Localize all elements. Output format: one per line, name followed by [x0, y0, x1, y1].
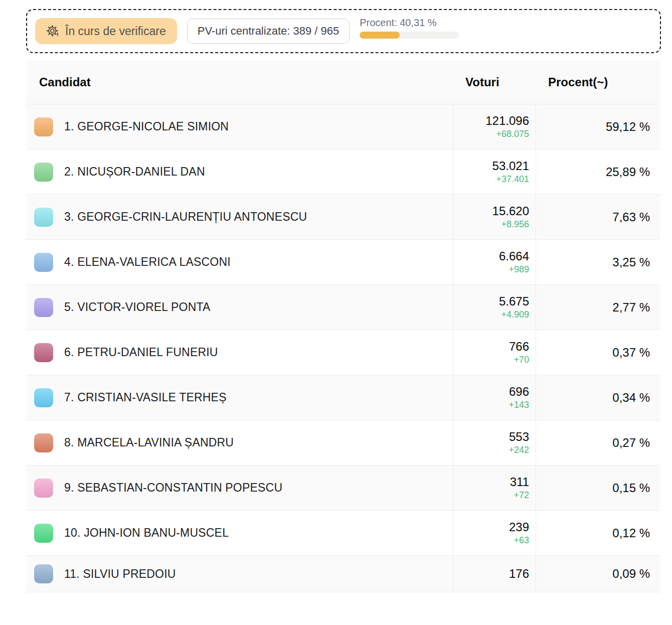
votes-delta: +70 [514, 354, 529, 366]
percent-cell: 0,34 % [536, 375, 660, 420]
table-row: 11. SILVIU PREDOIU 176 0,09 % [26, 555, 660, 592]
percent-value: 0,09 % [612, 567, 650, 581]
candidate-color-swatch [34, 524, 53, 543]
candidate-color-swatch [34, 208, 53, 227]
percent-value: 0,27 % [612, 436, 650, 450]
candidate-color-swatch [34, 298, 53, 317]
table-row: 7. CRISTIAN-VASILE TERHEȘ 696 +143 0,34 … [26, 375, 660, 420]
candidate-name: 3. GEORGE-CRIN-LAURENȚIU ANTONESCU [64, 210, 307, 224]
candidate-cell: 4. ELENA-VALERICA LASCONI [26, 240, 453, 284]
votes-value: 311 [510, 475, 529, 490]
percent-cell: 0,15 % [536, 465, 660, 510]
votes-cell: 239 +63 [453, 511, 536, 555]
table-row: 1. GEORGE-NICOLAE SIMION 121.096 +68.075… [26, 104, 660, 149]
table-row: 8. MARCELA-LAVINIA ȘANDRU 553 +242 0,27 … [26, 420, 660, 465]
percent-cell: 0,27 % [536, 420, 660, 465]
votes-value: 15.620 [492, 204, 529, 219]
votes-cell: 53.021 +37.401 [453, 149, 536, 194]
votes-cell: 696 +143 [453, 375, 536, 420]
table-row: 6. PETRU-DANIEL FUNERIU 766 +70 0,37 % [26, 330, 660, 375]
votes-value: 553 [509, 430, 529, 444]
candidate-name: 2. NICUȘOR-DANIEL DAN [64, 165, 205, 179]
candidate-cell: 11. SILVIU PREDOIU [26, 556, 453, 592]
column-header-candidate: Candidat [26, 75, 453, 89]
votes-delta: +72 [514, 490, 529, 501]
percent-value: 2,77 % [612, 300, 650, 315]
pv-centralized-counter: PV-uri centralizate: 389 / 965 [187, 19, 350, 44]
table-row: 10. JOHN-ION BANU-MUSCEL 239 +63 0,12 % [26, 510, 660, 555]
table-body: 1. GEORGE-NICOLAE SIMION 121.096 +68.075… [26, 104, 660, 592]
votes-delta: +989 [509, 264, 529, 275]
candidate-color-swatch [34, 117, 53, 136]
candidate-name: 8. MARCELA-LAVINIA ȘANDRU [64, 436, 234, 449]
progress-bar-track [360, 32, 459, 39]
votes-value: 121.096 [485, 114, 529, 128]
percent-value: 0,15 % [612, 481, 650, 495]
table-header-row: Candidat Voturi Procent(~) [26, 60, 660, 104]
votes-value: 53.021 [492, 159, 529, 174]
percent-value: 25,89 % [606, 165, 650, 179]
votes-delta: +242 [509, 444, 529, 456]
table-row: 5. VICTOR-VIOREL PONTA 5.675 +4.909 2,77… [26, 284, 660, 330]
percent-cell: 7,63 % [536, 195, 660, 239]
candidate-color-swatch [34, 479, 53, 498]
table-row: 9. SEBASTIAN-CONSTANTIN POPESCU 311 +72 … [26, 465, 660, 510]
table-row: 3. GEORGE-CRIN-LAURENȚIU ANTONESCU 15.62… [26, 194, 660, 239]
percent-value: 7,63 % [612, 210, 650, 224]
candidate-name: 7. CRISTIAN-VASILE TERHEȘ [64, 391, 227, 404]
gear-alert-icon [46, 25, 60, 38]
votes-value: 5.675 [499, 294, 529, 309]
percent-cell: 0,12 % [536, 511, 660, 555]
candidate-name: 5. VICTOR-VIOREL PONTA [64, 300, 211, 314]
candidate-cell: 8. MARCELA-LAVINIA ȘANDRU [26, 420, 453, 465]
status-badge: În curs de verificare [35, 18, 177, 44]
candidate-cell: 9. SEBASTIAN-CONSTANTIN POPESCU [26, 465, 453, 510]
candidate-cell: 7. CRISTIAN-VASILE TERHEȘ [26, 375, 453, 420]
percent-cell: 3,25 % [536, 240, 660, 284]
candidate-cell: 2. NICUȘOR-DANIEL DAN [26, 149, 453, 194]
percent-cell: 59,12 % [536, 104, 660, 149]
candidate-color-swatch [34, 388, 53, 407]
votes-cell: 553 +242 [453, 420, 536, 465]
votes-delta: +8.956 [501, 219, 529, 230]
candidate-name: 11. SILVIU PREDOIU [64, 567, 176, 581]
votes-cell: 121.096 +68.075 [453, 104, 536, 149]
percent-label: Procent: 40,31 % [360, 17, 459, 28]
votes-value: 239 [509, 520, 529, 535]
percent-cell: 25,89 % [536, 149, 660, 194]
candidate-cell: 3. GEORGE-CRIN-LAURENȚIU ANTONESCU [26, 195, 453, 239]
percent-value: 0,37 % [612, 346, 650, 360]
candidate-cell: 5. VICTOR-VIOREL PONTA [26, 285, 453, 330]
votes-cell: 311 +72 [453, 465, 536, 510]
votes-cell: 15.620 +8.956 [453, 195, 536, 239]
column-header-votes: Voturi [453, 75, 536, 89]
status-badge-label: În curs de verificare [65, 25, 166, 38]
candidate-cell: 10. JOHN-ION BANU-MUSCEL [26, 511, 453, 555]
votes-value: 176 [509, 567, 529, 581]
candidate-name: 6. PETRU-DANIEL FUNERIU [64, 346, 218, 359]
votes-delta: +63 [514, 535, 529, 546]
candidate-name: 4. ELENA-VALERICA LASCONI [64, 255, 231, 269]
candidate-name: 9. SEBASTIAN-CONSTANTIN POPESCU [64, 481, 282, 495]
votes-value: 6.664 [499, 249, 529, 264]
candidate-color-swatch [34, 433, 53, 452]
votes-cell: 176 [453, 556, 536, 592]
votes-delta: +68.075 [496, 128, 529, 140]
candidate-color-swatch [34, 253, 53, 272]
percent-cell: 2,77 % [536, 285, 660, 330]
progress-bar-fill [360, 32, 400, 39]
candidate-color-swatch [34, 564, 53, 583]
candidate-color-swatch [34, 163, 53, 182]
votes-delta: +143 [509, 399, 529, 411]
votes-delta: +4.909 [501, 309, 529, 321]
candidate-cell: 6. PETRU-DANIEL FUNERIU [26, 330, 453, 375]
pv-counter-label: PV-uri centralizate: 389 / 965 [198, 25, 340, 38]
verification-status-bar: În curs de verificare PV-uri centralizat… [26, 9, 661, 53]
results-table: Candidat Voturi Procent(~) 1. GEORGE-NIC… [26, 60, 660, 592]
percent-value: 59,12 % [606, 120, 650, 134]
candidate-name: 10. JOHN-ION BANU-MUSCEL [64, 526, 229, 540]
percent-value: 0,34 % [612, 391, 650, 405]
votes-value: 766 [509, 340, 529, 354]
percent-progress-block: Procent: 40,31 % [360, 17, 459, 39]
table-row: 2. NICUȘOR-DANIEL DAN 53.021 +37.401 25,… [26, 149, 660, 194]
